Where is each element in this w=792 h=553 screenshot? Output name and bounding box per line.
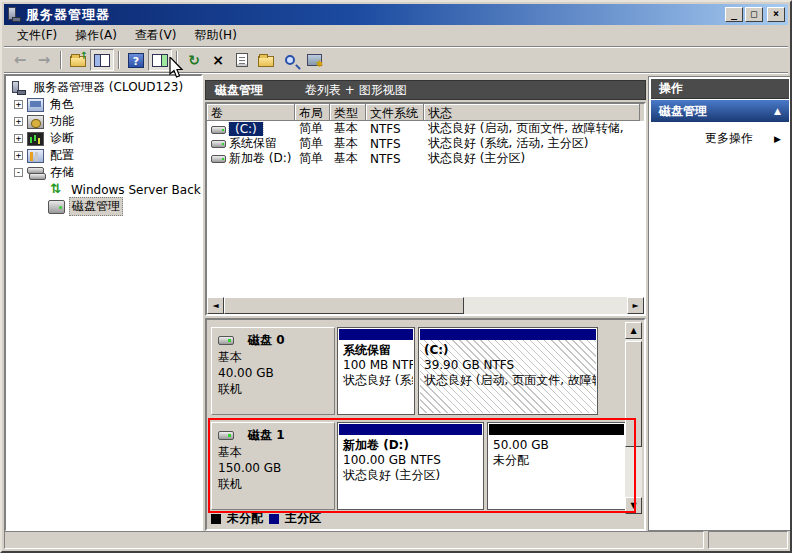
status-pane (4, 531, 704, 549)
actions-section-disk-management[interactable]: 磁盘管理 ▲ (651, 100, 789, 122)
column-type[interactable]: 类型 (330, 104, 366, 121)
column-layout[interactable]: 布局 (295, 104, 330, 121)
toolbar-separator (60, 51, 62, 69)
storage-icon (27, 166, 44, 180)
console-tree-panel: 服务器管理器 (CLOUD123) + 角色 + 功能 + 诊断 + 配置 - … (4, 74, 203, 532)
column-status[interactable]: 状态 (424, 104, 640, 121)
tree-item-configuration[interactable]: + 配置 (6, 147, 201, 164)
column-volume[interactable]: 卷 (207, 104, 295, 121)
help-icon: ? (128, 53, 144, 68)
disk0-label[interactable]: 磁盘 0 基本 40.00 GB 联机 (211, 327, 335, 415)
delete-icon: × (212, 52, 224, 68)
server-icon (10, 81, 27, 95)
maximize-button[interactable]: □ (745, 7, 763, 22)
tree-item-windows-server-backup[interactable]: Windows Server Backup (6, 181, 201, 198)
tree-item-server-manager[interactable]: 服务器管理器 (CLOUD123) (6, 79, 201, 96)
volume-name: 新加卷 (D:) (229, 151, 291, 165)
scroll-down-button[interactable]: ▼ (625, 497, 642, 514)
vertical-scrollbar[interactable]: ▲ ▼ (625, 322, 642, 514)
diagnostics-icon (27, 132, 44, 146)
primary-partition-bar (339, 329, 413, 340)
partition-legend: 未分配 主分区 (211, 510, 321, 527)
tree-item-disk-management[interactable]: 磁盘管理 (6, 198, 201, 215)
menu-view[interactable]: 查看(V) (126, 24, 186, 47)
toolbar: ← → ↑ ? ↻ × (4, 48, 788, 73)
disk-icon (218, 431, 234, 440)
expand-icon[interactable]: + (14, 134, 23, 143)
disk1-kind: 基本 (218, 444, 328, 460)
tree-item-roles[interactable]: + 角色 (6, 96, 201, 113)
view-mode-label: 卷列表 + 图形视图 (305, 82, 407, 99)
menu-action[interactable]: 操作(A) (66, 24, 126, 47)
partition-c[interactable]: (C:) 39.90 GB NTFS 状态良好 (启动, 页面文件, 故障转储,… (418, 327, 598, 415)
disk0-row: 磁盘 0 基本 40.00 GB 联机 系统保留 100 MB NTFS 状态良… (209, 327, 629, 415)
disk1-label[interactable]: 磁盘 1 基本 150.00 GB 联机 (211, 422, 335, 510)
expand-icon[interactable]: + (14, 151, 23, 160)
open-folder-icon (258, 56, 274, 67)
back-button[interactable]: ← (8, 49, 32, 71)
scrollbar-thumb[interactable] (625, 341, 642, 447)
unallocated-legend-swatch (211, 514, 221, 524)
primary-legend-label: 主分区 (285, 510, 321, 527)
more-actions-item[interactable]: 更多操作 ▶ (649, 122, 791, 147)
scroll-left-button[interactable]: ◄ (207, 297, 224, 314)
help-button[interactable]: ? (124, 49, 148, 71)
disk-icon (218, 336, 234, 345)
window-title: 服务器管理器 (26, 6, 110, 24)
table-row[interactable]: 系统保留 简单 基本 NTFS 状态良好 (系统, 活动, 主分区) (207, 136, 644, 151)
title-bar: 服务器管理器 _ □ × (4, 4, 788, 25)
status-bar (4, 529, 788, 549)
expand-icon[interactable]: + (14, 100, 23, 109)
manage-button[interactable] (302, 49, 326, 71)
disk0-state: 联机 (218, 381, 328, 397)
column-filesystem[interactable]: 文件系统 (366, 104, 424, 121)
mouse-cursor (169, 57, 185, 81)
menu-help[interactable]: 帮助(H) (185, 24, 245, 47)
roles-icon (27, 98, 44, 112)
search-icon (285, 55, 295, 65)
collapse-icon[interactable]: ▲ (774, 106, 781, 116)
back-icon: ← (14, 51, 27, 69)
partition-unallocated[interactable]: 50.00 GB 未分配 (487, 422, 626, 510)
up-level-button[interactable]: ↑ (66, 49, 90, 71)
minimize-button[interactable]: _ (725, 7, 743, 22)
status-pane (708, 531, 788, 549)
volume-icon (211, 155, 226, 163)
tree-item-diagnostics[interactable]: + 诊断 (6, 130, 201, 147)
server-manager-window: 服务器管理器 _ □ × 文件(F) 操作(A) 查看(V) 帮助(H) ← →… (0, 0, 792, 553)
tree-item-features[interactable]: + 功能 (6, 113, 201, 130)
refresh-icon: ↻ (188, 52, 200, 68)
partition-system-reserved[interactable]: 系统保留 100 MB NTFS 状态良好 (系统, 活动, 主分区) (337, 327, 415, 415)
backup-icon (48, 183, 65, 197)
show-console-tree-button[interactable] (90, 49, 114, 71)
open-button[interactable] (254, 49, 278, 71)
refresh-button[interactable]: ↻ (182, 49, 206, 71)
menu-file[interactable]: 文件(F) (8, 24, 66, 47)
disk1-row: 磁盘 1 基本 150.00 GB 联机 新加卷 (D:) 100.00 GB … (209, 422, 629, 510)
tree-item-storage[interactable]: - 存储 (6, 164, 201, 181)
table-row[interactable]: (C:) 简单 基本 NTFS 状态良好 (启动, 页面文件, 故障转储, (207, 121, 644, 136)
unallocated-bar (489, 424, 624, 435)
action-pane-icon (152, 54, 168, 67)
volume-list: 卷 布局 类型 文件系统 状态 (C:) 简单 基本 NTFS 状态良好 (启动… (205, 102, 646, 316)
scrollbar-thumb[interactable] (224, 297, 464, 314)
scroll-up-button[interactable]: ▲ (625, 322, 642, 339)
volume-name: 系统保留 (229, 136, 277, 150)
console-tree-icon (94, 54, 110, 67)
scroll-right-button[interactable]: ► (627, 297, 644, 314)
disk1-state: 联机 (218, 476, 328, 492)
actions-header: 操作 (651, 79, 789, 99)
expand-icon[interactable]: + (14, 117, 23, 126)
chevron-right-icon: ▶ (774, 134, 781, 144)
disk1-size: 150.00 GB (218, 460, 328, 476)
horizontal-scrollbar[interactable]: ◄ ► (207, 297, 644, 314)
actions-panel: 操作 磁盘管理 ▲ 更多操作 ▶ (648, 76, 792, 531)
collapse-icon[interactable]: - (14, 168, 23, 177)
properties-button[interactable] (230, 49, 254, 71)
table-row[interactable]: 新加卷 (D:) 简单 基本 NTFS 状态良好 (主分区) (207, 151, 644, 166)
forward-button[interactable]: → (32, 49, 56, 71)
close-button[interactable]: × (767, 7, 785, 22)
search-button[interactable] (278, 49, 302, 71)
partition-new-volume-d[interactable]: 新加卷 (D:) 100.00 GB NTFS 状态良好 (主分区) (337, 422, 484, 510)
delete-button[interactable]: × (206, 49, 230, 71)
